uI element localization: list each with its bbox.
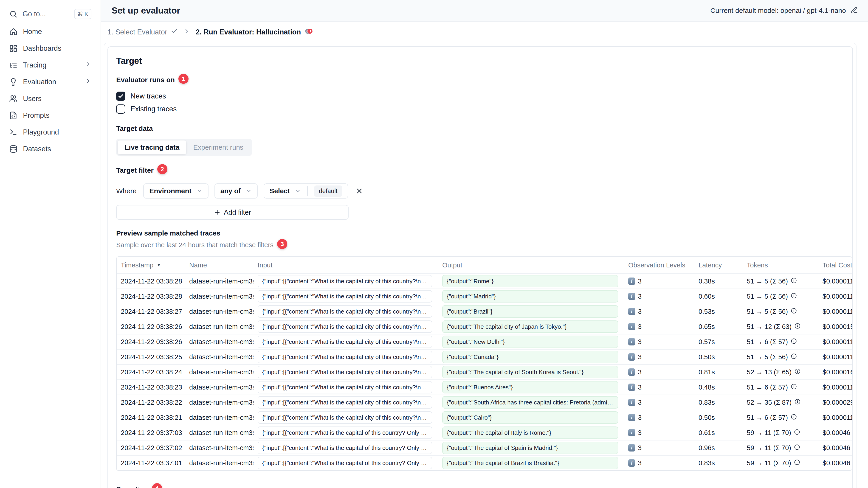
table-row[interactable]: 2024-11-22 03:37:03 dataset-run-item-cm3… [117,425,852,440]
goto-search[interactable]: Go to... ⌘ K [5,7,95,21]
cell-total-cost: $0.00046 ( [818,444,852,452]
sidebar-item-home[interactable]: Home [5,25,95,39]
search-icon [9,10,18,18]
cell-input: {"input":[{"content":"What is the capita… [258,442,432,454]
cell-output: {"output":"Cairo"} [442,411,618,424]
filter-field-select[interactable]: Environment [143,184,208,199]
step-badge-3: 3 [277,239,287,249]
check-icon [171,28,178,36]
evaluation-icon [9,78,18,86]
cell-name: dataset-run-item-cm3s4 [185,384,253,391]
sampling-section: Sampling 4 100.00 % [116,486,844,488]
column-header-observation-levels[interactable]: Observation Levels [624,261,694,269]
column-header-output[interactable]: Output [438,261,624,269]
cell-observation-levels: 3 [638,399,642,406]
table-row[interactable]: 2024-11-22 03:37:01 dataset-run-item-cm3… [117,455,852,470]
edit-pencil-icon[interactable] [850,6,858,15]
preview-table: Timestamp▼NameInputOutputObservation Lev… [116,256,852,471]
info-emoji-icon: i [628,429,635,436]
sidebar-item-datasets[interactable]: Datasets [5,142,95,156]
checkbox-existing-traces[interactable]: Existing traces [116,104,844,113]
cell-observation-levels: 3 [638,278,642,285]
column-header-tokens[interactable]: Tokens [743,261,818,269]
column-header-input[interactable]: Input [253,261,438,269]
breadcrumb-step-run-evaluator[interactable]: 2. Run Evaluator: Hallucination [196,27,313,37]
cell-input: {"input":[{"content":"What is the capita… [258,426,432,439]
sidebar-item-evaluation[interactable]: Evaluation [5,75,95,89]
info-emoji-icon: i [628,338,635,346]
chevron-down-icon [196,188,203,194]
preview-subheading-text: Sample over the last 24 hours that match… [116,241,274,249]
cell-name: dataset-run-item-cm3s4 [185,353,253,361]
cell-total-cost: $0.000016 [818,368,852,376]
sidebar-item-label: Prompts [23,111,86,120]
info-emoji-icon: i [628,444,635,452]
cell-total-cost: $0.000011 ( [818,384,852,391]
table-row[interactable]: 2024-11-22 03:38:26 dataset-run-item-cm3… [117,334,852,349]
sidebar-item-users[interactable]: Users [5,92,95,106]
breadcrumb: 1. Select Evaluator 2. Run Evaluator: Ha… [101,22,868,43]
cell-timestamp: 2024-11-22 03:38:24 [117,368,185,376]
sidebar-item-playground[interactable]: Playground [5,125,95,139]
breadcrumb-step-select-evaluator[interactable]: 1. Select Evaluator [107,28,178,36]
cell-input: {"input":[{"content":"What is the capita… [258,351,432,363]
checkbox-new-traces[interactable]: New traces [116,92,844,101]
cell-name: dataset-run-item-cm3s4 [185,323,253,330]
target-heading: Target [116,56,844,66]
tracing-icon [9,61,18,69]
cell-output: {"output":"Brazil"} [442,305,618,318]
tab-live-tracing-data[interactable]: Live tracing data [118,140,186,154]
table-row[interactable]: 2024-11-22 03:37:02 dataset-run-item-cm3… [117,440,852,455]
cell-tokens: 59 → 11 (Σ 70) [747,444,791,452]
filter-operator-select[interactable]: any of [215,184,258,199]
column-header-latency[interactable]: Latency [694,261,743,269]
cell-latency: 0.81s [694,368,743,376]
cell-total-cost: $0.000011 ( [818,338,852,346]
target-data-label: Target data [116,125,844,132]
target-data-tabs: Live tracing data Experiment runs [116,139,252,156]
info-icon [794,398,801,406]
home-icon [9,28,18,36]
checkbox-label: Existing traces [130,105,177,113]
sidebar-item-dashboards[interactable]: Dashboards [5,41,95,55]
info-emoji-icon: i [628,399,635,406]
cell-output: {"output":"New Delhi"} [442,335,618,348]
cell-total-cost: $0.00046 ( [818,459,852,467]
table-body: 2024-11-22 03:38:28 dataset-run-item-cm3… [117,273,852,470]
table-row[interactable]: 2024-11-22 03:38:21 dataset-run-item-cm3… [117,410,852,425]
table-row[interactable]: 2024-11-22 03:38:25 dataset-run-item-cm3… [117,349,852,364]
cell-output: {"output":"South Africa has three capita… [442,396,618,409]
column-header-name[interactable]: Name [185,261,253,269]
sidebar-nav: Home Dashboards Tracing Evaluation Users… [5,25,95,156]
cell-latency: 0.38s [694,278,743,285]
table-row[interactable]: 2024-11-22 03:38:28 dataset-run-item-cm3… [117,273,852,289]
cell-input: {"input":[{"content":"What is the capita… [258,411,432,424]
filter-value-select[interactable]: Select default [264,184,348,199]
filter-value-chip: default [314,186,342,197]
sidebar-item-prompts[interactable]: Prompts [5,108,95,122]
checkbox-unchecked-icon [116,104,125,113]
cell-timestamp: 2024-11-22 03:38:21 [117,414,185,421]
add-filter-button[interactable]: Add filter [116,205,348,220]
tab-experiment-runs[interactable]: Experiment runs [186,140,250,154]
page-title: Set up evaluator [112,5,180,15]
table-row[interactable]: 2024-11-22 03:38:28 dataset-run-item-cm3… [117,289,852,304]
cell-observation-levels: 3 [638,368,642,376]
users-icon [9,95,18,103]
sort-desc-icon: ▼ [157,263,161,268]
sidebar-item-label: Home [23,28,86,36]
table-row[interactable]: 2024-11-22 03:38:26 dataset-run-item-cm3… [117,319,852,334]
column-header-timestamp[interactable]: Timestamp▼ [117,261,185,269]
cell-tokens: 51 → 6 (Σ 57) [747,338,788,346]
table-row[interactable]: 2024-11-22 03:38:22 dataset-run-item-cm3… [117,395,852,410]
sidebar-item-tracing[interactable]: Tracing [5,58,95,72]
datasets-icon [9,145,18,153]
table-row[interactable]: 2024-11-22 03:38:23 dataset-run-item-cm3… [117,380,852,395]
checkbox-checked-icon [116,92,125,101]
cell-total-cost: $0.000011 ( [818,414,852,421]
table-row[interactable]: 2024-11-22 03:38:27 dataset-run-item-cm3… [117,304,852,319]
column-header-total-cost[interactable]: Total Cost [818,261,852,269]
cell-observation-levels: 3 [638,384,642,391]
remove-filter-button[interactable] [354,186,365,196]
table-row[interactable]: 2024-11-22 03:38:24 dataset-run-item-cm3… [117,364,852,380]
